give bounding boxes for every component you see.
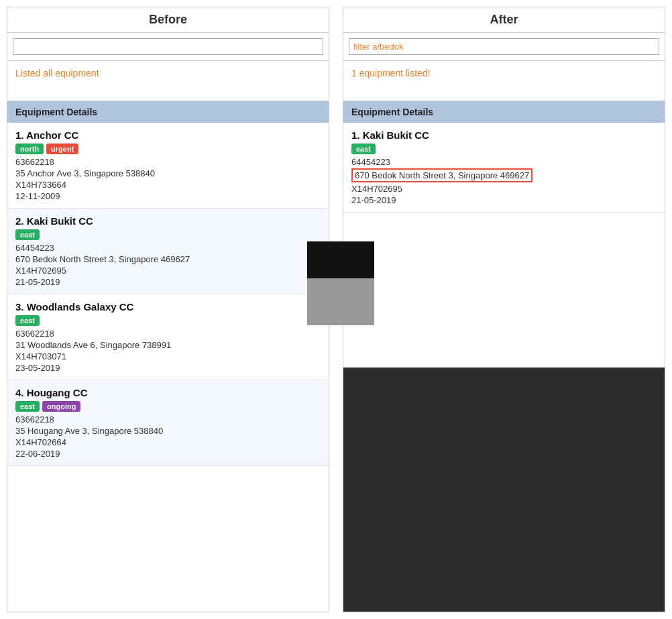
right-panel: After 1 equipment listed! Equipment Deta… xyxy=(343,7,665,612)
item-code: X14H733664 xyxy=(15,180,321,190)
right-equipment-header: Equipment Details xyxy=(343,101,665,123)
item-date: 12-11-2009 xyxy=(15,191,321,201)
center-image-area xyxy=(300,241,381,335)
item-address: 35 Hougang Ave 3, Singapore 538840 xyxy=(15,426,321,436)
badge-east: east xyxy=(351,144,376,154)
item-address: 31 Woodlands Ave 6, Singapore 738991 xyxy=(15,340,321,350)
item-code: X14H702664 xyxy=(15,437,321,447)
right-input-area xyxy=(343,33,665,61)
gray-rectangle xyxy=(307,278,374,325)
right-status: 1 equipment listed! xyxy=(343,61,665,101)
list-item: 3. Woodlands Galaxy CCeast6366221831 Woo… xyxy=(7,294,329,380)
item-badges: eastongoing xyxy=(15,401,321,412)
item-title: 2. Kaki Bukit CC xyxy=(15,215,321,227)
black-rectangle xyxy=(307,241,374,278)
item-title: 3. Woodlands Galaxy CC xyxy=(15,301,321,313)
item-address: 35 Anchor Ave 3, Singapore 538840 xyxy=(15,168,321,178)
right-equipment-list[interactable]: 1. Kaki Bukit CCeast64454223670 Bedok No… xyxy=(343,123,665,368)
item-date: 22-06-2019 xyxy=(15,449,321,459)
left-status: Listed all equipment xyxy=(7,61,329,101)
badge-ongoing: ongoing xyxy=(42,401,80,412)
item-date: 21-05-2019 xyxy=(351,195,657,205)
item-address: 670 Bedok North Street 3, Singapore 4696… xyxy=(15,254,321,264)
badge-east: east xyxy=(15,315,40,326)
item-code: X14H702695 xyxy=(351,184,657,194)
list-item: 2. Kaki Bukit CCeast64454223670 Bedok No… xyxy=(7,209,329,294)
list-item: 4. Hougang CCeastongoing6366221835 Houga… xyxy=(7,380,329,466)
item-code: X14H703071 xyxy=(15,351,321,361)
item-badges: east xyxy=(351,144,657,154)
right-panel-title: After xyxy=(343,7,665,33)
item-code: X14H702695 xyxy=(15,266,321,276)
item-phone: 63662218 xyxy=(15,329,321,339)
item-phone: 63662218 xyxy=(15,157,321,167)
item-title: 4. Hougang CC xyxy=(15,387,321,398)
dark-area xyxy=(343,368,665,612)
left-search-input[interactable] xyxy=(13,38,323,55)
left-panel-title: Before xyxy=(7,7,329,33)
item-title: 1. Kaki Bukit CC xyxy=(351,129,657,141)
left-equipment-header: Equipment Details xyxy=(7,101,329,123)
item-date: 23-05-2019 xyxy=(15,363,321,373)
item-address: 670 Bedok North Street 3, Singapore 4696… xyxy=(351,168,533,182)
item-badges: east xyxy=(15,315,321,326)
item-title: 1. Anchor CC xyxy=(15,129,321,141)
item-phone: 63662218 xyxy=(15,414,321,425)
badge-urgent: urgent xyxy=(46,144,78,154)
item-badges: east xyxy=(15,229,321,240)
left-equipment-list[interactable]: 1. Anchor CCnorthurgent6366221835 Anchor… xyxy=(7,123,329,612)
right-search-input[interactable] xyxy=(349,38,659,55)
badge-east: east xyxy=(15,401,40,412)
item-phone: 64454223 xyxy=(351,157,657,167)
left-input-area xyxy=(7,33,329,61)
left-panel: Before Listed all equipment Equipment De… xyxy=(7,7,329,612)
list-item: 1. Anchor CCnorthurgent6366221835 Anchor… xyxy=(7,123,329,209)
item-phone: 64454223 xyxy=(15,243,321,253)
item-date: 21-05-2019 xyxy=(15,277,321,287)
badge-east: east xyxy=(15,229,40,240)
list-item: 1. Kaki Bukit CCeast64454223670 Bedok No… xyxy=(343,123,665,213)
badge-north: north xyxy=(15,144,44,154)
item-badges: northurgent xyxy=(15,144,321,154)
